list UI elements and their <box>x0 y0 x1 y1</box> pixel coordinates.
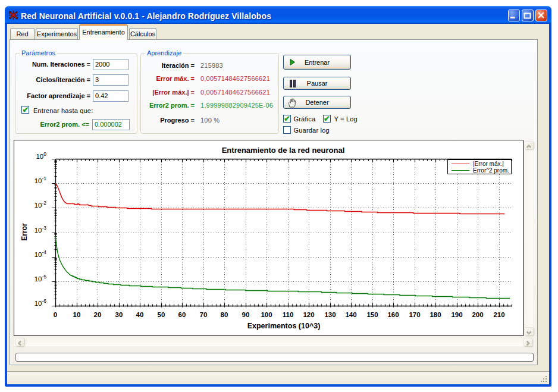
svg-text:Experimentos (10^3): Experimentos (10^3) <box>247 322 321 330</box>
svg-text:40: 40 <box>136 311 144 318</box>
svg-text:190: 190 <box>451 311 462 318</box>
svg-text:100: 100 <box>261 311 272 318</box>
svg-text:70: 70 <box>200 311 208 318</box>
svg-text:90: 90 <box>242 311 250 318</box>
svg-text:170: 170 <box>409 311 420 318</box>
svg-text:130: 130 <box>324 311 336 318</box>
svg-text:150: 150 <box>366 311 378 318</box>
svg-text:Error: Error <box>20 223 29 241</box>
svg-text:80: 80 <box>221 311 228 318</box>
svg-text:200: 200 <box>472 311 483 318</box>
svg-text:Error^2 prom.: Error^2 prom. <box>473 167 509 174</box>
svg-text:30: 30 <box>115 311 123 318</box>
svg-text:180: 180 <box>430 311 441 318</box>
svg-text:0: 0 <box>54 311 57 318</box>
svg-text:140: 140 <box>345 311 356 318</box>
svg-text:20: 20 <box>94 311 102 318</box>
svg-text:120: 120 <box>303 311 314 318</box>
svg-text:50: 50 <box>158 311 165 318</box>
svg-text:210: 210 <box>493 311 504 318</box>
svg-text:10: 10 <box>73 311 81 318</box>
svg-text:60: 60 <box>178 311 186 318</box>
svg-text:110: 110 <box>283 311 294 318</box>
svg-text:160: 160 <box>387 311 399 318</box>
svg-text:|Error máx.|: |Error máx.| <box>473 161 504 167</box>
svg-text:Entrenamiento de la red neuron: Entrenamiento de la red neuronal <box>222 146 345 155</box>
